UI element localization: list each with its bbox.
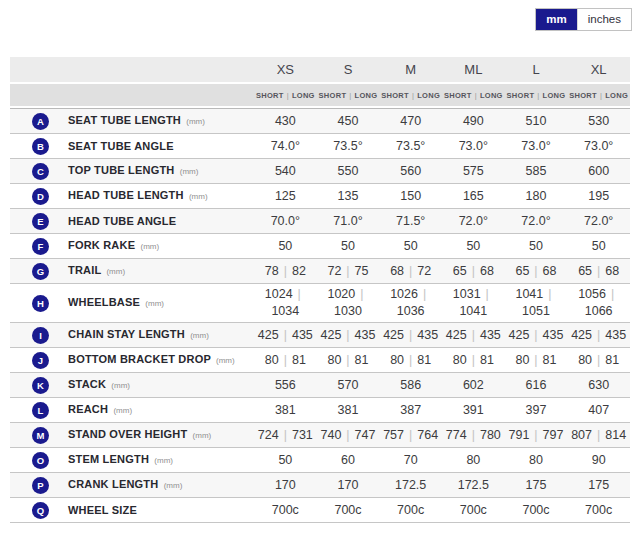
geometry-row-m: MSTAND OVER HEIGHT (mm)724|731740|747757… xyxy=(10,423,630,448)
row-unit-label: (mm) xyxy=(190,331,209,340)
geometry-value: 381 xyxy=(254,398,317,422)
geometry-value: 72.0° xyxy=(505,209,568,233)
geometry-value: 1031|1041 xyxy=(442,284,505,322)
geometry-row-q: QWHEEL SIZE700c700c700c700c700c700c xyxy=(10,498,630,523)
geometry-row-g: GTRAIL (mm)78|8272|7568|7265|6865|6865|6… xyxy=(10,259,630,284)
geometry-value: 1041|1051 xyxy=(505,284,568,322)
row-label-cell: GTRAIL (mm) xyxy=(10,259,254,283)
size-header-l: L xyxy=(505,57,568,82)
geometry-value: 397 xyxy=(505,398,568,422)
row-letter-badge: O xyxy=(32,452,49,469)
geometry-value: 585 xyxy=(505,159,568,183)
row-label-cell: LREACH (mm) xyxy=(10,398,254,422)
fit-header-xs: SHORT|LONG xyxy=(254,84,317,106)
row-label: SEAT TUBE LENGTH (mm) xyxy=(68,112,205,130)
geometry-value: 425|435 xyxy=(442,323,505,347)
geometry-value: 425|435 xyxy=(567,323,630,347)
row-label: REACH (mm) xyxy=(68,401,132,419)
row-unit-label: (mm) xyxy=(164,481,183,490)
geometry-value: 73.0° xyxy=(442,134,505,158)
geometry-rows: ASEAT TUBE LENGTH (mm)430450470490510530… xyxy=(10,108,630,523)
geometry-value: 1026|1036 xyxy=(379,284,442,322)
row-label: STEM LENGTH (mm) xyxy=(68,451,173,469)
row-letter-badge: I xyxy=(32,327,49,344)
geometry-value: 135 xyxy=(317,184,380,208)
geometry-value: 50 xyxy=(254,234,317,258)
geometry-value: 50 xyxy=(505,234,568,258)
geometry-value: 425|435 xyxy=(317,323,380,347)
geometry-value: 600 xyxy=(567,159,630,183)
row-unit-label: (mm) xyxy=(113,406,132,415)
geometry-value: 50 xyxy=(379,234,442,258)
geometry-value: 381 xyxy=(317,398,380,422)
geometry-value: 80|81 xyxy=(254,348,317,372)
geometry-value: 60 xyxy=(317,448,380,472)
geometry-value: 71.5° xyxy=(379,209,442,233)
geometry-row-c: CTOP TUBE LENGTH (mm)540550560575585600 xyxy=(10,159,630,184)
geometry-value: 65|68 xyxy=(442,259,505,283)
geometry-value: 700c xyxy=(505,498,568,522)
geometry-value: 586 xyxy=(379,373,442,397)
row-letter-badge: E xyxy=(32,213,49,230)
row-letter-badge: B xyxy=(32,138,49,155)
size-header-spacer xyxy=(10,57,254,82)
geometry-value: 550 xyxy=(317,159,380,183)
geometry-value: 195 xyxy=(567,184,630,208)
geometry-value: 602 xyxy=(442,373,505,397)
unit-mm-button[interactable]: mm xyxy=(536,9,576,30)
geometry-value: 724|731 xyxy=(254,423,317,447)
row-letter-badge: A xyxy=(32,113,49,130)
geometry-value: 425|435 xyxy=(379,323,442,347)
row-label: STACK (mm) xyxy=(68,376,130,394)
geometry-row-h: HWHEELBASE (mm)1024|10341020|10301026|10… xyxy=(10,284,630,323)
geometry-value: 391 xyxy=(442,398,505,422)
row-label: BOTTOM BRACKET DROP (mm) xyxy=(68,351,235,369)
geometry-value: 530 xyxy=(567,109,630,133)
row-label-cell: DHEAD TUBE LENGTH (mm) xyxy=(10,184,254,208)
row-letter-badge: Q xyxy=(32,502,49,519)
row-label-cell: ICHAIN STAY LENGTH (mm) xyxy=(10,323,254,347)
geometry-row-d: DHEAD TUBE LENGTH (mm)125135150165180195 xyxy=(10,184,630,209)
row-letter-badge: H xyxy=(32,295,49,312)
geometry-value: 700c xyxy=(567,498,630,522)
geometry-value: 50 xyxy=(317,234,380,258)
fit-header-spacer xyxy=(10,84,254,106)
row-label: FORK RAKE (mm) xyxy=(68,237,159,255)
row-unit-label: (mm) xyxy=(140,242,159,251)
row-label-cell: QWHEEL SIZE xyxy=(10,498,254,522)
geometry-value: 80|81 xyxy=(317,348,380,372)
fit-header-m: SHORT|LONG xyxy=(379,84,442,106)
row-unit-label: (mm) xyxy=(189,192,208,201)
row-unit-label: (mm) xyxy=(193,431,212,440)
fit-header-xl: SHORT|LONG xyxy=(567,84,630,106)
geometry-row-k: KSTACK (mm)556570586602616630 xyxy=(10,373,630,398)
geometry-row-j: JBOTTOM BRACKET DROP (mm)80|8180|8180|81… xyxy=(10,348,630,373)
geometry-value: 78|82 xyxy=(254,259,317,283)
geometry-value: 175 xyxy=(567,473,630,497)
row-label: SEAT TUBE ANGLE xyxy=(68,138,174,155)
size-header-xs: XS xyxy=(254,57,317,82)
geometry-row-f: FFORK RAKE (mm)505050505050 xyxy=(10,234,630,259)
geometry-value: 430 xyxy=(254,109,317,133)
row-label: HEAD TUBE LENGTH (mm) xyxy=(68,187,208,205)
fit-header-ml: SHORT|LONG xyxy=(442,84,505,106)
geometry-row-i: ICHAIN STAY LENGTH (mm)425|435425|435425… xyxy=(10,323,630,348)
row-letter-badge: K xyxy=(32,377,49,394)
geometry-value: 73.0° xyxy=(505,134,568,158)
geometry-value: 425|435 xyxy=(505,323,568,347)
unit-inches-button[interactable]: inches xyxy=(577,9,631,30)
geometry-value: 68|72 xyxy=(379,259,442,283)
geometry-value: 50 xyxy=(442,234,505,258)
geometry-value: 450 xyxy=(317,109,380,133)
row-label-cell: BSEAT TUBE ANGLE xyxy=(10,134,254,158)
geometry-value: 740|747 xyxy=(317,423,380,447)
geometry-value: 510 xyxy=(505,109,568,133)
geometry-value: 73.5° xyxy=(379,134,442,158)
geometry-value: 570 xyxy=(317,373,380,397)
row-unit-label: (mm) xyxy=(180,167,199,176)
geometry-value: 700c xyxy=(379,498,442,522)
geometry-value: 700c xyxy=(442,498,505,522)
row-label-cell: MSTAND OVER HEIGHT (mm) xyxy=(10,423,254,447)
fit-header-l: SHORT|LONG xyxy=(505,84,568,106)
geometry-row-l: LREACH (mm)381381387391397407 xyxy=(10,398,630,423)
